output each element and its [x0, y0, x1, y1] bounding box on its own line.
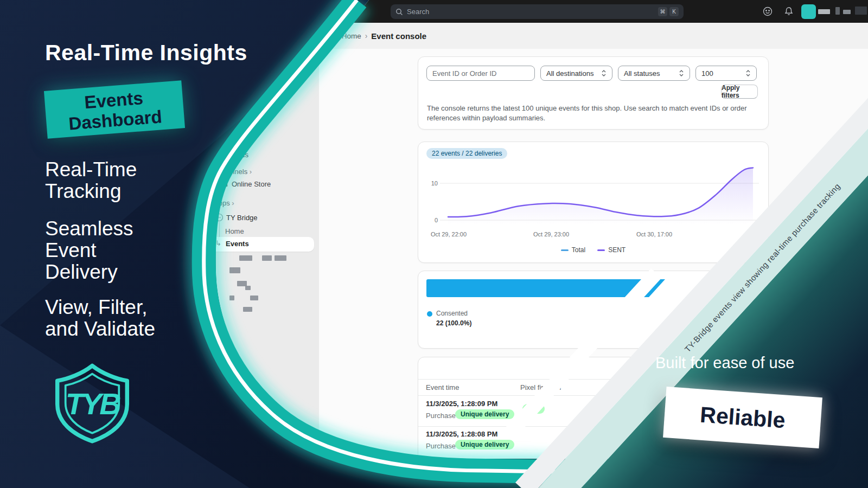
redacted-sidebar-text [239, 255, 252, 261]
statuses-select[interactable]: All statuses [618, 66, 690, 81]
unique-delivery-badge: Unique delivery [455, 409, 514, 419]
redacted-sidebar-text [229, 267, 240, 273]
redacted-sidebar-text [275, 255, 286, 261]
select-updown-icon [679, 69, 684, 77]
legend-sent: SENT [597, 246, 626, 254]
redacted-block [855, 7, 867, 15]
search-bar[interactable]: Search ⌘ K [391, 4, 684, 19]
stepper-updown-icon[interactable] [745, 69, 751, 77]
event-search-input[interactable] [432, 69, 529, 78]
redacted-sidebar-text [229, 296, 234, 300]
sent-series-area [448, 168, 753, 224]
consented-legend-label: Consented [436, 310, 468, 317]
col-header-event-time: Event time [426, 383, 459, 391]
promo-canvas: Search ⌘ K › Home › Event console Financ… [0, 0, 868, 488]
branch-arrow-icon: ↳ [215, 239, 221, 247]
destinations-value: All destinations [546, 69, 593, 78]
redacted-store-name [818, 9, 830, 14]
breadcrumb-chevron: › [365, 31, 368, 40]
events-count-badge: 22 events / 22 deliveries [426, 148, 507, 159]
hero-title: Real-Time Insights [45, 40, 247, 66]
sidebar-section-sales-channels[interactable]: Sales channels › [200, 168, 252, 176]
search-icon [395, 8, 403, 16]
sidebar-item-ty-bridge[interactable]: TY Bridge [226, 214, 258, 222]
store-avatar[interactable] [801, 4, 816, 19]
feature-view-filter-validate: View, Filter,and Validate [45, 297, 155, 340]
event-type: Purchase [426, 412, 456, 420]
event-search-field[interactable] [426, 66, 535, 81]
online-store-icon [220, 179, 228, 188]
destinations-select[interactable]: All destinations [540, 66, 612, 81]
consented-legend-dot [427, 311, 432, 317]
feature-realtime-tracking: Real-TimeTracking [45, 159, 137, 202]
page-title: Event console [371, 31, 426, 41]
search-placeholder: Search [407, 8, 429, 16]
chevron-right-icon: › [250, 168, 252, 176]
statuses-value: All statuses [624, 69, 660, 78]
legend-sent-swatch [597, 249, 605, 251]
kbd-k: K [669, 7, 679, 16]
events-chart-card: 22 events / 22 deliveries 10 0 Oct 29, 2… [418, 142, 769, 263]
limit-stepper[interactable] [695, 66, 757, 81]
redacted-sidebar-text [262, 255, 272, 261]
reliable-badge: Reliable [663, 387, 822, 448]
filter-card: All destinations All statuses Apply filt… [418, 56, 769, 130]
feature-seamless-delivery: SeamlessEventDelivery [45, 218, 133, 283]
redacted-sidebar-text [245, 286, 251, 290]
chart-legend: Total SENT [418, 246, 768, 254]
reliable-label: Reliable [699, 402, 786, 433]
y-tick-10: 10 [431, 180, 438, 187]
sidebar-item-analytics[interactable]: Analytics [220, 151, 248, 159]
event-type: Purchase [426, 442, 456, 450]
x-tick-3: Oct 30, 17:00 [636, 231, 672, 237]
redacted-block [835, 7, 840, 15]
legend-total-swatch [561, 249, 569, 251]
unique-delivery-badge: Unique delivery [455, 440, 514, 450]
sidebar-events-label: Events [226, 240, 249, 248]
sidebar-section-apps[interactable]: Apps › [214, 199, 234, 207]
x-tick-1: Oct 29, 22:00 [431, 231, 467, 237]
sidebar-item-app-home[interactable]: Home [225, 227, 244, 235]
sidebar-item-online-store[interactable]: Online Store [232, 180, 271, 188]
tyb-shield-logo: TYB [52, 362, 133, 444]
select-updown-icon [601, 69, 607, 77]
breadcrumb-home-link[interactable]: Home [342, 32, 361, 40]
ty-bridge-app-icon [215, 213, 224, 222]
breadcrumb: › Home › Event console [304, 23, 868, 49]
redacted-sidebar-text [250, 296, 258, 300]
event-time: 11/3/2025, 1:28:08 PM [426, 430, 497, 438]
limit-input[interactable] [701, 69, 739, 78]
apply-filters-button[interactable]: Apply filters [721, 85, 758, 99]
event-time: 11/3/2025, 1:28:09 PM [426, 400, 497, 408]
y-tick-0: 0 [435, 217, 438, 223]
chevron-right-icon: › [232, 199, 234, 207]
console-description: The console returns the latest 100 uniqu… [427, 104, 752, 123]
inbox-face-icon[interactable] [762, 6, 773, 17]
redacted-sidebar-text [243, 307, 252, 312]
x-tick-2: Oct 29, 23:00 [533, 231, 569, 237]
built-note: Built for ease of use [655, 354, 794, 372]
kbd-cmd: ⌘ [658, 7, 667, 16]
logo-monogram: TYB [66, 387, 121, 421]
redacted-block [843, 10, 851, 14]
notifications-bell-icon[interactable] [783, 6, 794, 17]
sidebar-item-events-selected[interactable]: ↳ Events [210, 237, 314, 252]
admin-topbar: Search ⌘ K [304, 0, 868, 23]
legend-total: Total [561, 246, 585, 254]
consented-legend-value: 22 (100.0%) [436, 319, 471, 327]
events-line-chart: 10 0 [425, 164, 761, 229]
